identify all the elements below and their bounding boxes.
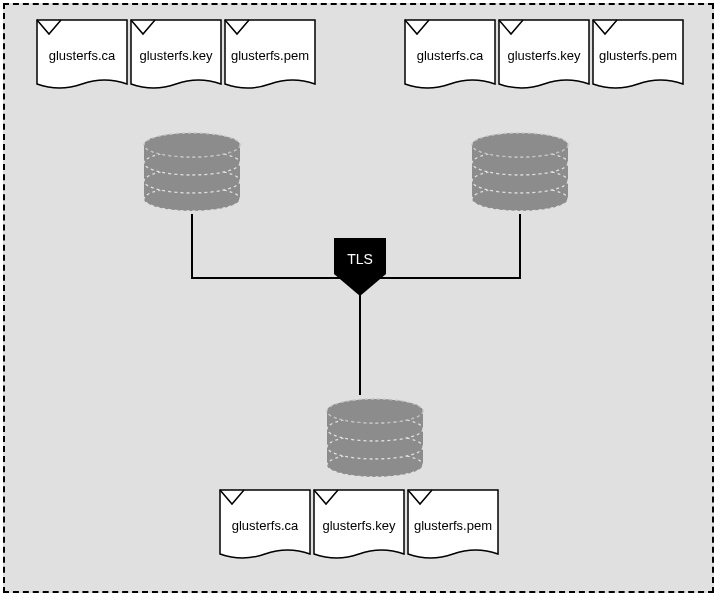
svg-point-11 — [472, 133, 568, 157]
node-tr-file-key: glusterfs.key — [499, 20, 589, 88]
node-bottom-file-pem-label: glusterfs.pem — [414, 518, 492, 533]
node-tl-file-ca: glusterfs.ca — [37, 20, 127, 88]
node-tr-file-key-label: glusterfs.key — [508, 48, 581, 63]
node-tr-file-ca-label: glusterfs.ca — [417, 48, 484, 63]
database-top-right — [472, 133, 568, 211]
node-tl-file-pem-label: glusterfs.pem — [231, 48, 309, 63]
node-bottom-file-ca-label: glusterfs.ca — [232, 518, 299, 533]
svg-point-17 — [327, 399, 423, 423]
node-tl-file-key-label: glusterfs.key — [140, 48, 213, 63]
tls-badge: TLS — [334, 238, 386, 296]
node-tr-file-ca: glusterfs.ca — [405, 20, 495, 88]
database-bottom — [327, 399, 423, 477]
tls-label: TLS — [347, 251, 373, 267]
node-tl-file-key: glusterfs.key — [131, 20, 221, 88]
node-bottom-file-key: glusterfs.key — [314, 490, 404, 558]
node-bottom-file-ca: glusterfs.ca — [220, 490, 310, 558]
node-tl-file-pem: glusterfs.pem — [225, 20, 315, 88]
node-tr-file-pem: glusterfs.pem — [593, 20, 683, 88]
node-tr-file-pem-label: glusterfs.pem — [599, 48, 677, 63]
node-bottom-file-key-label: glusterfs.key — [323, 518, 396, 533]
database-top-left — [144, 133, 240, 211]
svg-point-5 — [144, 133, 240, 157]
node-tl-file-ca-label: glusterfs.ca — [49, 48, 116, 63]
node-bottom-file-pem: glusterfs.pem — [408, 490, 498, 558]
